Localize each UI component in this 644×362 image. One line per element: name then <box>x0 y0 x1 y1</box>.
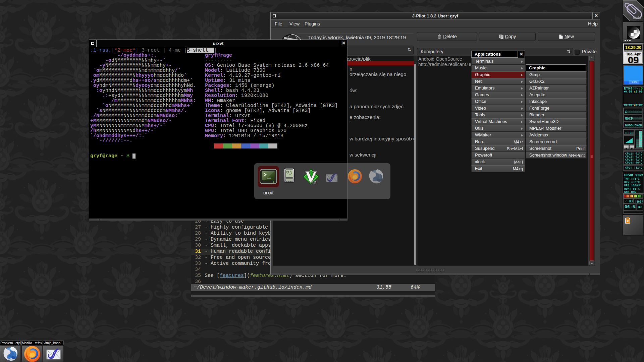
svg-text:main: main <box>633 16 641 20</box>
